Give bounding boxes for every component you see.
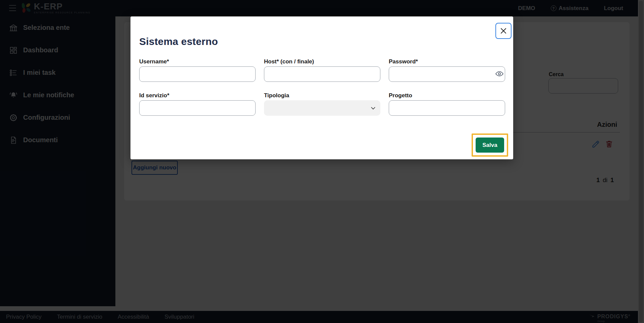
username-label: Username* xyxy=(139,58,256,65)
save-button[interactable]: Salva xyxy=(476,138,504,153)
id-servizio-input[interactable] xyxy=(139,100,256,116)
tipologia-label: Tipologia xyxy=(264,92,380,99)
username-field-group: Username* xyxy=(139,58,256,82)
password-input[interactable] xyxy=(389,66,505,82)
progetto-field-group: Progetto xyxy=(389,92,505,116)
eye-icon xyxy=(495,69,504,79)
progetto-label: Progetto xyxy=(389,92,505,99)
close-icon[interactable] xyxy=(495,23,512,39)
toggle-password-visibility-button[interactable] xyxy=(494,69,504,79)
password-label: Password* xyxy=(389,58,505,65)
sistema-esterno-dialog: Sistema esterno Username* Host* (con / f… xyxy=(130,16,513,159)
host-field-group: Host* (con / finale) xyxy=(264,58,380,82)
host-input[interactable] xyxy=(264,66,380,82)
app-root: Cerca Azioni Aggiungi nuovo 1 di 1 K-ERP xyxy=(0,0,644,323)
id-servizio-field-group: Id servizio* xyxy=(139,92,256,116)
dialog-title: Sistema esterno xyxy=(139,36,218,47)
save-button-focus-ring: Salva xyxy=(472,133,508,157)
password-field-group: Password* xyxy=(389,58,505,82)
tipologia-field-group: Tipologia xyxy=(264,92,380,116)
chevron-down-icon xyxy=(371,106,376,111)
id-servizio-label: Id servizio* xyxy=(139,92,256,99)
username-input[interactable] xyxy=(139,66,256,82)
dialog-form: Username* Host* (con / finale) Password* xyxy=(139,58,505,116)
tipologia-select[interactable] xyxy=(264,100,380,116)
host-label: Host* (con / finale) xyxy=(264,58,380,65)
progetto-input[interactable] xyxy=(389,100,505,116)
